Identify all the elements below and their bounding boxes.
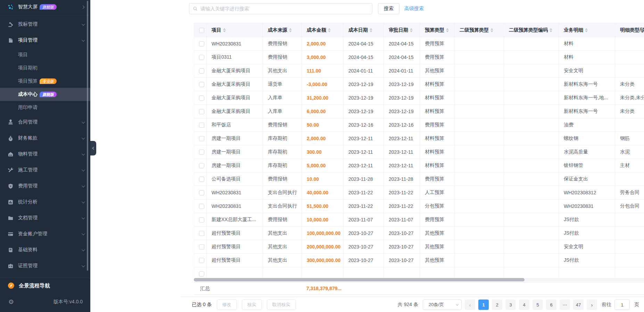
row-checkbox[interactable] xyxy=(199,95,204,101)
search-button[interactable]: 搜索 xyxy=(378,3,399,14)
sort-icon[interactable] xyxy=(490,28,493,32)
sort-icon[interactable] xyxy=(585,28,588,32)
page-button-47[interactable]: 47 xyxy=(573,300,584,310)
row-checkbox[interactable] xyxy=(199,177,204,182)
sidebar-item-label: 证照管理 xyxy=(18,263,38,269)
sidebar-scrollbar[interactable] xyxy=(87,1,88,271)
sidebar-item-expense[interactable]: ¥费用管理 xyxy=(0,178,90,194)
modify-button[interactable]: 修改 xyxy=(217,300,237,310)
cell-sub_budget_type xyxy=(455,159,504,172)
sort-icon[interactable] xyxy=(410,28,413,32)
cell-amount: 40,000.00 xyxy=(302,186,344,200)
column-header[interactable]: 二级预算类型 xyxy=(455,23,504,37)
sort-icon[interactable] xyxy=(223,28,226,32)
row-checkbox[interactable] xyxy=(199,217,204,222)
sidebar-item-panorama-nav[interactable]: 全景流程导航 xyxy=(0,278,90,293)
column-header[interactable]: 业务明细 xyxy=(559,23,615,37)
sort-icon[interactable] xyxy=(370,28,372,32)
sidebar-item-equipment[interactable]: 设备管理 xyxy=(0,274,90,278)
table-horizontal-scrollbar[interactable] xyxy=(194,278,525,281)
sidebar-item-finance[interactable]: ¥财务账款 xyxy=(0,130,90,146)
goto-suffix: 页 xyxy=(634,302,639,308)
sort-icon[interactable] xyxy=(289,28,292,32)
sidebar-subitem-label: 用印申请 xyxy=(18,104,38,111)
page-ellipsis[interactable]: ⋯ xyxy=(560,300,570,310)
row-checkbox[interactable] xyxy=(199,163,204,168)
prev-page-button[interactable]: ‹ xyxy=(465,300,475,310)
sidebar-item-statistics[interactable]: 统计分析 xyxy=(0,194,90,210)
sidebar-item-project[interactable]: 项目管理 xyxy=(0,32,90,48)
gear-icon[interactable]: ⚙ xyxy=(8,298,14,306)
select-all-checkbox[interactable] xyxy=(199,28,204,33)
cell-budget_type: 费用预算 xyxy=(420,51,455,64)
cell-sub_budget_type xyxy=(455,51,504,64)
sidebar-subitem-label: 项目期初 xyxy=(18,65,38,71)
column-header[interactable]: 二级预算类型编码 xyxy=(504,23,559,37)
row-checkbox[interactable] xyxy=(199,109,204,114)
sidebar-item-base-data[interactable]: 基础资料 xyxy=(0,242,90,258)
cell-source: 退货单 xyxy=(263,78,302,91)
page-button-1[interactable]: 1 xyxy=(478,300,489,310)
sort-icon[interactable] xyxy=(328,28,331,32)
cell-amount: 2,000.00 xyxy=(302,132,344,145)
goto-page-input[interactable] xyxy=(614,300,630,310)
column-header[interactable]: 预算类型 xyxy=(420,23,455,37)
row-checkbox[interactable] xyxy=(199,68,204,74)
column-header[interactable]: 成本来源 xyxy=(263,23,302,37)
page-size-select[interactable]: 20条/页 xyxy=(423,300,462,310)
page-button-5[interactable]: 5 xyxy=(532,300,543,310)
cell-detail_type xyxy=(615,254,644,267)
cell-budget_type: 其他预算 xyxy=(420,240,455,254)
page-button-4[interactable]: 4 xyxy=(519,300,529,310)
sidebar-item-contract[interactable]: 合同管理 xyxy=(0,114,90,130)
page-button-2[interactable]: 2 xyxy=(492,300,502,310)
search-icon xyxy=(193,6,198,11)
row-checkbox[interactable] xyxy=(199,244,204,250)
row-checkbox[interactable] xyxy=(199,204,204,209)
sidebar-collapse-handle[interactable] xyxy=(90,141,96,155)
page-button-6[interactable]: 6 xyxy=(546,300,556,310)
column-header[interactable]: 成本金额 xyxy=(302,23,344,37)
search-input[interactable] xyxy=(200,6,369,11)
sort-icon[interactable] xyxy=(550,28,552,32)
sidebar-subitem-3[interactable]: 成本中心旗舰版 xyxy=(0,88,90,101)
row-checkbox[interactable] xyxy=(199,258,204,263)
cell-project: 房建一期项目 xyxy=(207,145,263,159)
row-checkbox[interactable] xyxy=(199,55,204,60)
sidebar-subitem-2[interactable]: 项目预算专业版 xyxy=(0,75,90,88)
sidebar-item-bid[interactable]: 投标管理 xyxy=(0,16,90,32)
sidebar-item-certificate[interactable]: 证照管理 xyxy=(0,258,90,274)
cell-source: 入库单 xyxy=(263,91,302,105)
cancel-verify-button[interactable]: 取消核实 xyxy=(267,300,296,310)
column-header[interactable]: 明细类型/说明 xyxy=(615,23,644,37)
sidebar-item-material[interactable]: 物料管理 xyxy=(0,146,90,162)
column-header[interactable]: 成本日期 xyxy=(344,23,384,37)
column-header[interactable]: 审批日期 xyxy=(384,23,420,37)
next-page-button[interactable]: › xyxy=(587,300,597,310)
sidebar-subitem-4[interactable]: 用印申请 xyxy=(0,101,90,114)
page-button-3[interactable]: 3 xyxy=(505,300,516,310)
cell-sub_budget_type xyxy=(455,118,504,132)
sidebar-item-fund-account[interactable]: 资金账户管理 xyxy=(0,226,90,242)
sidebar-item-smart-screen[interactable]: 智慧大屏旗舰版 xyxy=(0,0,90,14)
row-checkbox[interactable] xyxy=(199,190,204,195)
sidebar-item-construction[interactable]: 施工管理 xyxy=(0,162,90,178)
sidebar-subitem-0[interactable]: 项目 xyxy=(0,48,90,61)
row-checkbox[interactable] xyxy=(199,136,204,141)
row-checkbox[interactable] xyxy=(199,271,204,277)
row-checkbox[interactable] xyxy=(199,82,204,87)
column-header[interactable]: 项目 xyxy=(207,23,263,37)
row-checkbox[interactable] xyxy=(199,231,204,236)
verify-button[interactable]: 核实 xyxy=(242,300,262,310)
cell-source: 库存期初 xyxy=(263,132,302,145)
row-checkbox[interactable] xyxy=(199,41,204,47)
row-checkbox[interactable] xyxy=(199,150,204,155)
sidebar-item-document[interactable]: 文档管理 xyxy=(0,210,90,226)
sidebar-subitem-1[interactable]: 项目期初 xyxy=(0,61,90,75)
row-checkbox[interactable] xyxy=(199,123,204,128)
cell-sub_budget_type xyxy=(455,105,504,118)
sort-icon[interactable] xyxy=(446,28,449,32)
column-header-label: 成本来源 xyxy=(268,27,287,33)
cell-source: 库存期初 xyxy=(263,159,302,172)
advanced-search-link[interactable]: 高级搜索 xyxy=(404,6,424,12)
